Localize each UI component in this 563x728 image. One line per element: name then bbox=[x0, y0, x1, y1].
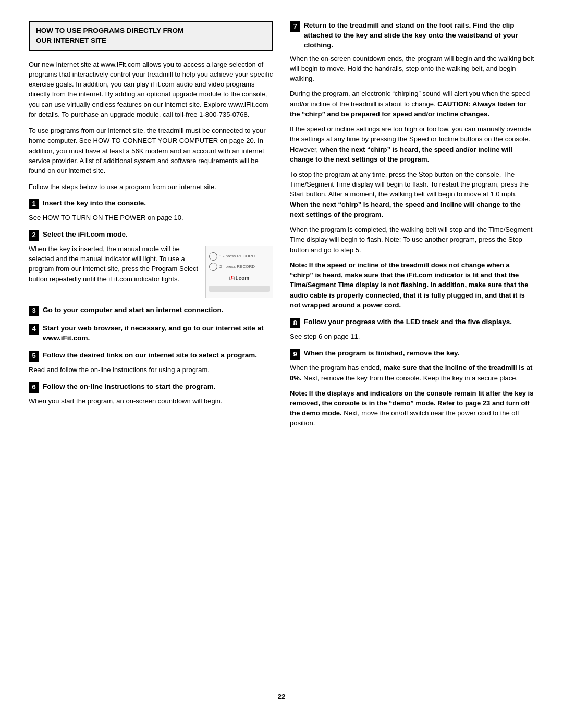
step-9-header: 9 When the program is finished, remove t… bbox=[290, 349, 534, 360]
console-circle-2 bbox=[209, 263, 217, 271]
step-7-para5: When the program is completed, the walki… bbox=[290, 225, 534, 255]
step-2-block: 2 Select the iFit.com mode. When the key… bbox=[29, 230, 273, 298]
step-5-number: 5 bbox=[29, 351, 39, 362]
step-4-number: 4 bbox=[29, 324, 39, 335]
step-8-number: 8 bbox=[290, 318, 300, 328]
step-1-body: See HOW TO TURN ON THE POWER on page 10. bbox=[29, 213, 273, 223]
step-7-title: Return to the treadmill and stand on the… bbox=[304, 21, 534, 51]
step-8-header: 8 Follow your progress with the LED trac… bbox=[290, 317, 534, 328]
left-column: HOW TO USE PROGRAMS DIRECTLY FROM OUR IN… bbox=[29, 21, 273, 680]
step-7-header: 7 Return to the treadmill and stand on t… bbox=[290, 21, 534, 51]
step-2-content: When the key is inserted, the manual mod… bbox=[29, 244, 273, 298]
step-5-body: Read and follow the on-line instructions… bbox=[29, 365, 273, 375]
intro-para1: Our new internet site at www.iFit.com al… bbox=[29, 59, 273, 119]
step-9-para1-plain1: When the program has ended, bbox=[290, 364, 382, 372]
step-2-header: 2 Select the iFit.com mode. bbox=[29, 230, 273, 241]
step-6-block: 6 Follow the on-line instructions to sta… bbox=[29, 382, 273, 406]
step-6-body: When you start the program, an on-screen… bbox=[29, 396, 273, 406]
step-1-title: Insert the key into the console. bbox=[43, 199, 146, 208]
page: HOW TO USE PROGRAMS DIRECTLY FROM OUR IN… bbox=[0, 0, 563, 728]
step-7-para1: When the on-screen countdown ends, the p… bbox=[290, 54, 534, 84]
step-7-para6: Note: If the speed or incline of the tre… bbox=[290, 260, 534, 310]
step-9-para2: Note: If the displays and indicators on … bbox=[290, 388, 534, 428]
step-4-title: Start your web browser, if necessary, an… bbox=[43, 324, 273, 343]
step-3-title: Go to your computer and start an interne… bbox=[43, 305, 224, 315]
step-5-block: 5 Follow the desired links on our intern… bbox=[29, 351, 273, 375]
console-bottom bbox=[209, 286, 270, 292]
step-1-number: 1 bbox=[29, 199, 39, 209]
step-7-para3: If the speed or incline settings are too… bbox=[290, 124, 534, 164]
page-number: 22 bbox=[29, 692, 534, 702]
step-8-block: 8 Follow your progress with the LED trac… bbox=[290, 317, 534, 341]
step-3-header: 3 Go to your computer and start an inter… bbox=[29, 305, 273, 316]
step-9-para1: When the program has ended, make sure th… bbox=[290, 363, 534, 382]
step-8-title: Follow your progress with the LED track … bbox=[304, 317, 512, 327]
step-6-number: 6 bbox=[29, 382, 39, 393]
section-header: HOW TO USE PROGRAMS DIRECTLY FROM OUR IN… bbox=[29, 21, 273, 51]
step-2-number: 2 bbox=[29, 230, 39, 241]
step-7-para3-bold: when the next “chirp” is heard, the spee… bbox=[290, 145, 512, 163]
step-7-para4: To stop the program at any time, press t… bbox=[290, 169, 534, 219]
step-1-header: 1 Insert the key into the console. bbox=[29, 199, 273, 209]
intro-para2: To use programs from our internet site, … bbox=[29, 126, 273, 176]
step-1-block: 1 Insert the key into the console. See H… bbox=[29, 199, 273, 223]
step-9-number: 9 bbox=[290, 349, 300, 360]
step-7-para6-bold: Note: If the speed or incline of the tre… bbox=[290, 261, 529, 309]
step-2-title: Select the iFit.com mode. bbox=[43, 230, 128, 240]
step-9-title: When the program is finished, remove the… bbox=[304, 349, 459, 359]
step-3-block: 3 Go to your computer and start an inter… bbox=[29, 305, 273, 316]
console-logo: iFit.com bbox=[229, 275, 249, 282]
step-2-body-text: When the key is inserted, the manual mod… bbox=[29, 244, 199, 284]
step-7-para4-plain1: To stop the program at any time, press t… bbox=[290, 170, 529, 198]
step-4-header: 4 Start your web browser, if necessary, … bbox=[29, 324, 273, 343]
console-row-1: 1 - press RECORD bbox=[209, 252, 270, 261]
step-3-number: 3 bbox=[29, 306, 39, 316]
step-6-title: Follow the on-line instructions to start… bbox=[43, 382, 216, 392]
step-7-para2: During the program, an electronic “chirp… bbox=[290, 89, 534, 119]
console-row-2: 2 - press RECORD bbox=[209, 263, 270, 271]
step-7-para4-bold: When the next “chirp” is heard, the spee… bbox=[290, 201, 521, 218]
step-8-body: See step 6 on page 11. bbox=[290, 331, 534, 341]
right-column: 7 Return to the treadmill and stand on t… bbox=[290, 21, 534, 680]
section-title-line2: OUR INTERNET SITE bbox=[36, 36, 266, 46]
step-9-para1-plain2: Next, remove the key from the console. K… bbox=[303, 374, 518, 382]
step-7-number: 7 bbox=[290, 21, 300, 32]
step-4-block: 4 Start your web browser, if necessary, … bbox=[29, 324, 273, 343]
step-2-text: When the key is inserted, the manual mod… bbox=[29, 244, 199, 298]
step-5-title: Follow the desired links on our internet… bbox=[43, 351, 257, 361]
console-line-2: 2 - press RECORD bbox=[219, 264, 255, 270]
step-6-header: 6 Follow the on-line instructions to sta… bbox=[29, 382, 273, 393]
columns: HOW TO USE PROGRAMS DIRECTLY FROM OUR IN… bbox=[29, 21, 534, 680]
step-9-block: 9 When the program is finished, remove t… bbox=[290, 349, 534, 428]
step-7-block: 7 Return to the treadmill and stand on t… bbox=[290, 21, 534, 310]
console-circle-1 bbox=[209, 252, 217, 261]
section-title-line1: HOW TO USE PROGRAMS DIRECTLY FROM bbox=[36, 26, 266, 36]
console-line-1: 1 - press RECORD bbox=[219, 253, 255, 260]
intro-para3: Follow the steps below to use a program … bbox=[29, 182, 273, 192]
console-image: 1 - press RECORD 2 - press RECORD iFit.c… bbox=[205, 246, 273, 298]
step-5-header: 5 Follow the desired links on our intern… bbox=[29, 351, 273, 362]
